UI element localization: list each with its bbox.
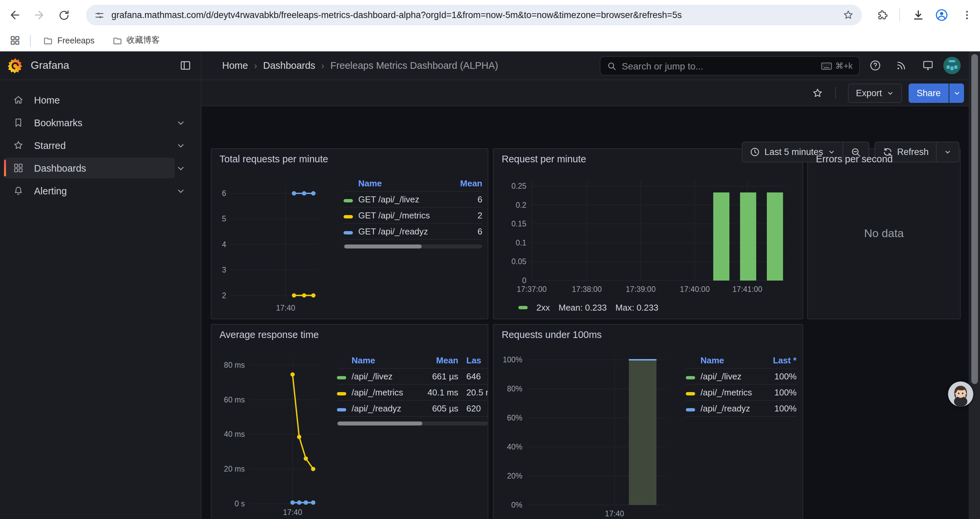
chevron-down-icon [176, 186, 185, 195]
page-scrollbar-thumb[interactable] [971, 54, 978, 384]
series-name: 2xx [536, 303, 550, 313]
panel-title[interactable]: Average response time [220, 329, 319, 340]
expand-chevron[interactable] [176, 141, 185, 150]
legend-header-row[interactable]: NameLast * [686, 353, 797, 369]
legend-column-header: Name [700, 355, 759, 366]
chevron-down-icon [176, 141, 185, 150]
grafana-logo[interactable] [7, 57, 23, 75]
breadcrumb-item[interactable]: Home [222, 60, 248, 71]
legend-header-row[interactable]: NameMeanLas [337, 353, 488, 369]
legend-column-header: Last * [759, 355, 797, 366]
sidebar-item-bookmarks[interactable]: Bookmarks [4, 112, 175, 133]
panel-errors-per-second[interactable]: Errors per second No data [807, 148, 961, 319]
favorite-star-button[interactable] [812, 87, 823, 99]
legend-inline[interactable]: 2xxMean: 0.233Max: 0.233 [519, 303, 659, 313]
legend-cell: /api/_/readyz [352, 404, 418, 414]
legend-cell: 6 [456, 227, 482, 236]
expand-chevron[interactable] [176, 118, 185, 127]
legend-row[interactable]: /api/_/livez661 µs646 [337, 369, 488, 385]
sidebar-item-starred[interactable]: Starred [4, 135, 175, 156]
share-menu-button[interactable] [949, 83, 964, 102]
bookmark-star-icon[interactable] [843, 10, 854, 21]
sidebar-item-home[interactable]: Home [4, 89, 175, 110]
legend-row[interactable]: /api/_/metrics100% [686, 385, 797, 401]
chevron-down-icon [944, 148, 951, 156]
page-scrollbar-track[interactable] [969, 51, 980, 519]
legend-header-row[interactable]: NameMean [344, 176, 482, 192]
brand-title[interactable]: Grafana [31, 59, 69, 72]
legend-row[interactable]: /api/_/readyz605 µs620 [337, 401, 488, 417]
sidebar-item-dashboards[interactable]: Dashboards [4, 158, 175, 178]
reload-button[interactable] [56, 7, 72, 23]
series-color-swatch [337, 387, 352, 398]
back-button[interactable] [7, 7, 23, 23]
legend-scrollbar-track[interactable] [344, 244, 482, 249]
floating-assistant-avatar[interactable] [948, 382, 973, 407]
share-button[interactable]: Share [908, 83, 949, 102]
news-button[interactable] [895, 59, 908, 72]
chart-average-response-time[interactable]: 80 ms60 ms40 ms20 ms0 s17:40NameMeanLas/… [212, 325, 488, 519]
panel-request-per-minute[interactable]: Request per minute 0.250.20.150.10.05017… [493, 148, 803, 319]
kebab-menu-icon [961, 10, 973, 21]
search-input[interactable]: Search or jump to... ⌘+k [600, 56, 860, 75]
legend-row[interactable]: /api/_/readyz100% [686, 401, 797, 417]
legend-row[interactable]: /api/_/livez100% [686, 369, 797, 385]
legend-row[interactable]: /api/_/metrics40.1 ms20.5 r [337, 385, 488, 401]
user-avatar[interactable] [943, 57, 961, 74]
site-settings-icon[interactable] [94, 10, 105, 21]
profile-button[interactable] [933, 7, 950, 23]
expand-chevron[interactable] [176, 186, 185, 195]
panel-title[interactable]: Request per minute [502, 153, 586, 164]
chart-total-requests[interactable]: 6543217:40NameMeanGET /api/_/livez6GET /… [212, 149, 488, 319]
legend-scrollbar-thumb[interactable] [337, 422, 422, 425]
series-color-swatch [686, 371, 700, 382]
legend-row[interactable]: GET /api/_/readyz6 [344, 224, 482, 240]
panel-toggle-icon [180, 59, 191, 72]
kiosk-mode-button[interactable] [921, 59, 935, 72]
downloads-button[interactable] [910, 7, 927, 23]
browser-menu-button[interactable] [959, 7, 975, 23]
chevron-down-icon [953, 89, 960, 96]
home-icon [13, 94, 24, 105]
legend-cell: 40.1 ms [418, 387, 458, 398]
chart-request-per-minute[interactable]: 0.250.20.150.10.05017:37:0017:38:0017:39… [494, 149, 803, 319]
legend-scrollbar-thumb[interactable] [344, 244, 422, 249]
dashboards-icon [13, 162, 24, 174]
url-text[interactable]: grafana.mathmast.com/d/deytv4rwavabkb/fr… [111, 10, 843, 20]
sidebar-item-alerting[interactable]: Alerting [4, 180, 175, 201]
svg-text:17:41:00: 17:41:00 [732, 285, 762, 294]
extensions-puzzle-icon [876, 9, 888, 21]
assistant-avatar-icon [948, 382, 973, 407]
panel-title[interactable]: Total requests per minute [220, 153, 328, 164]
svg-text:17:37:00: 17:37:00 [517, 285, 547, 294]
legend-cell: 100% [759, 371, 797, 382]
extensions-button[interactable] [874, 7, 891, 23]
panel-title[interactable]: Requests under 100ms [502, 329, 602, 340]
svg-text:0.2: 0.2 [516, 201, 527, 209]
refresh-interval-button[interactable] [936, 142, 959, 162]
legend-scrollbar-track[interactable] [337, 422, 488, 425]
panel-average-response-time[interactable]: Average response time 80 ms60 ms40 ms20 … [211, 324, 488, 519]
legend-cell: 2 [456, 211, 482, 220]
legend-cell: 20.5 r [458, 387, 488, 398]
chart-errors-per-second[interactable]: No data [808, 149, 960, 319]
mega-menu-toggle[interactable] [179, 59, 192, 72]
help-button[interactable] [869, 59, 882, 72]
apps-grid-button[interactable] [7, 32, 23, 49]
address-bar[interactable]: grafana.mathmast.com/d/deytv4rwavabkb/fr… [86, 5, 862, 26]
bookmark-item[interactable]: 收藏博客 [107, 32, 165, 49]
export-button[interactable]: Export [848, 83, 902, 102]
forward-button[interactable] [31, 7, 48, 23]
expand-chevron[interactable] [176, 163, 185, 172]
panel-total-requests-per-minute[interactable]: Total requests per minute 6543217:40Name… [211, 148, 488, 319]
svg-text:17:40:00: 17:40:00 [680, 285, 710, 294]
svg-text:0.25: 0.25 [511, 182, 527, 190]
bookmark-item[interactable]: Freeleaps [37, 32, 100, 48]
breadcrumb-item[interactable]: Dashboards [263, 60, 315, 71]
legend-row[interactable]: GET /api/_/livez6 [344, 192, 482, 208]
svg-text:0%: 0% [511, 501, 522, 509]
legend-row[interactable]: GET /api/_/metrics2 [344, 208, 482, 224]
panel-title[interactable]: Errors per second [816, 153, 893, 164]
chart-requests-under-100ms[interactable]: 100%80%60%40%20%0%17:40NameLast */api/_/… [494, 325, 803, 519]
panel-requests-under-100ms[interactable]: Requests under 100ms 100%80%60%40%20%0%1… [493, 324, 803, 519]
